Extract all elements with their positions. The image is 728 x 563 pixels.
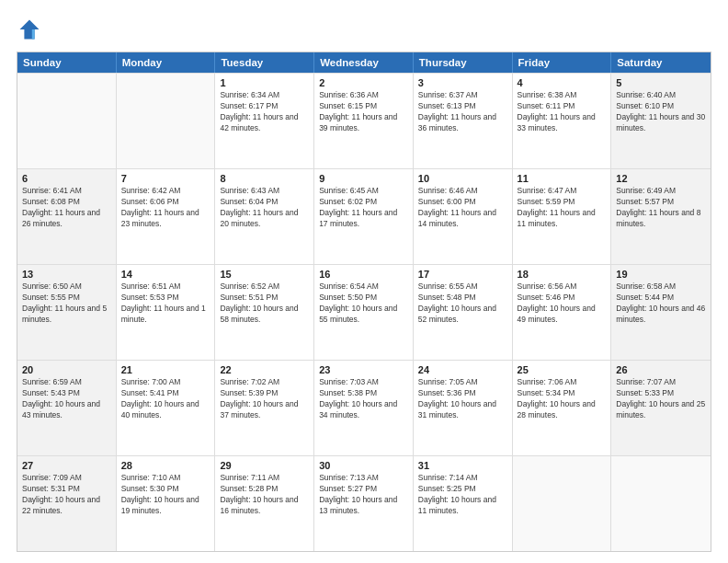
week-row-2: 6Sunrise: 6:41 AM Sunset: 6:08 PM Daylig…: [17, 168, 711, 264]
day-info: Sunrise: 6:51 AM Sunset: 5:53 PM Dayligh…: [121, 282, 210, 326]
day-info: Sunrise: 7:05 AM Sunset: 5:36 PM Dayligh…: [418, 377, 507, 421]
day-info: Sunrise: 7:09 AM Sunset: 5:31 PM Dayligh…: [22, 473, 111, 517]
day-cell-17: 17Sunrise: 6:55 AM Sunset: 5:48 PM Dayli…: [414, 265, 513, 360]
day-info: Sunrise: 7:11 AM Sunset: 5:28 PM Dayligh…: [220, 473, 309, 517]
day-number: 8: [220, 173, 309, 184]
day-number: 23: [319, 364, 408, 375]
day-number: 24: [418, 364, 507, 375]
day-cell-9: 9Sunrise: 6:45 AM Sunset: 6:02 PM Daylig…: [314, 169, 414, 264]
day-number: 16: [319, 269, 408, 280]
calendar-header-row: SundayMondayTuesdayWednesdayThursdayFrid…: [17, 52, 711, 73]
week-row-3: 13Sunrise: 6:50 AM Sunset: 5:55 PM Dayli…: [17, 264, 711, 360]
day-number: 5: [616, 77, 706, 88]
day-number: 31: [418, 460, 507, 471]
day-info: Sunrise: 6:58 AM Sunset: 5:44 PM Dayligh…: [616, 282, 706, 326]
day-cell-19: 19Sunrise: 6:58 AM Sunset: 5:44 PM Dayli…: [611, 265, 711, 360]
header-cell-thursday: Thursday: [414, 52, 513, 73]
day-info: Sunrise: 6:41 AM Sunset: 6:08 PM Dayligh…: [22, 186, 111, 230]
day-number: 26: [616, 364, 706, 375]
day-info: Sunrise: 7:06 AM Sunset: 5:34 PM Dayligh…: [518, 377, 607, 421]
header: [17, 17, 711, 42]
day-info: Sunrise: 7:13 AM Sunset: 5:27 PM Dayligh…: [319, 473, 408, 517]
day-info: Sunrise: 6:45 AM Sunset: 6:02 PM Dayligh…: [319, 186, 408, 230]
day-cell-4: 4Sunrise: 6:38 AM Sunset: 6:11 PM Daylig…: [513, 74, 612, 168]
day-cell-11: 11Sunrise: 6:47 AM Sunset: 5:59 PM Dayli…: [513, 169, 612, 264]
day-number: 9: [319, 173, 408, 184]
day-info: Sunrise: 6:54 AM Sunset: 5:50 PM Dayligh…: [319, 282, 408, 326]
day-cell-14: 14Sunrise: 6:51 AM Sunset: 5:53 PM Dayli…: [117, 265, 216, 360]
day-number: 22: [220, 364, 309, 375]
day-number: 7: [121, 173, 210, 184]
day-cell-8: 8Sunrise: 6:43 AM Sunset: 6:04 PM Daylig…: [215, 169, 314, 264]
day-cell-20: 20Sunrise: 6:59 AM Sunset: 5:43 PM Dayli…: [17, 361, 117, 455]
day-info: Sunrise: 6:38 AM Sunset: 6:11 PM Dayligh…: [518, 90, 607, 134]
empty-cell: [611, 456, 711, 551]
day-info: Sunrise: 6:36 AM Sunset: 6:15 PM Dayligh…: [319, 90, 408, 134]
empty-cell: [117, 74, 216, 168]
day-cell-3: 3Sunrise: 6:37 AM Sunset: 6:13 PM Daylig…: [414, 74, 513, 168]
header-cell-friday: Friday: [513, 52, 612, 73]
day-number: 1: [220, 77, 309, 88]
page: SundayMondayTuesdayWednesdayThursdayFrid…: [0, 0, 728, 563]
week-row-4: 20Sunrise: 6:59 AM Sunset: 5:43 PM Dayli…: [17, 360, 711, 455]
day-number: 15: [220, 269, 309, 280]
logo-icon: [17, 17, 42, 42]
day-info: Sunrise: 6:34 AM Sunset: 6:17 PM Dayligh…: [220, 90, 309, 134]
header-cell-wednesday: Wednesday: [314, 52, 414, 73]
logo: [17, 17, 46, 42]
day-cell-21: 21Sunrise: 7:00 AM Sunset: 5:41 PM Dayli…: [117, 361, 216, 455]
empty-cell: [513, 456, 612, 551]
day-cell-30: 30Sunrise: 7:13 AM Sunset: 5:27 PM Dayli…: [314, 456, 414, 551]
day-number: 28: [121, 460, 210, 471]
day-cell-18: 18Sunrise: 6:56 AM Sunset: 5:46 PM Dayli…: [513, 265, 612, 360]
day-cell-25: 25Sunrise: 7:06 AM Sunset: 5:34 PM Dayli…: [513, 361, 612, 455]
day-cell-22: 22Sunrise: 7:02 AM Sunset: 5:39 PM Dayli…: [215, 361, 314, 455]
day-number: 14: [121, 269, 210, 280]
day-number: 4: [518, 77, 607, 88]
day-number: 13: [22, 269, 111, 280]
day-cell-1: 1Sunrise: 6:34 AM Sunset: 6:17 PM Daylig…: [215, 74, 314, 168]
day-info: Sunrise: 7:03 AM Sunset: 5:38 PM Dayligh…: [319, 377, 408, 421]
empty-cell: [17, 74, 117, 168]
day-cell-7: 7Sunrise: 6:42 AM Sunset: 6:06 PM Daylig…: [117, 169, 216, 264]
day-info: Sunrise: 7:07 AM Sunset: 5:33 PM Dayligh…: [616, 377, 706, 421]
calendar: SundayMondayTuesdayWednesdayThursdayFrid…: [17, 52, 711, 552]
day-number: 19: [616, 269, 706, 280]
day-number: 29: [220, 460, 309, 471]
day-cell-28: 28Sunrise: 7:10 AM Sunset: 5:30 PM Dayli…: [117, 456, 216, 551]
day-cell-12: 12Sunrise: 6:49 AM Sunset: 5:57 PM Dayli…: [611, 169, 711, 264]
header-cell-saturday: Saturday: [611, 52, 711, 73]
day-cell-6: 6Sunrise: 6:41 AM Sunset: 6:08 PM Daylig…: [17, 169, 117, 264]
day-cell-27: 27Sunrise: 7:09 AM Sunset: 5:31 PM Dayli…: [17, 456, 117, 551]
day-info: Sunrise: 7:10 AM Sunset: 5:30 PM Dayligh…: [121, 473, 210, 517]
day-cell-10: 10Sunrise: 6:46 AM Sunset: 6:00 PM Dayli…: [414, 169, 513, 264]
day-number: 30: [319, 460, 408, 471]
day-number: 18: [518, 269, 607, 280]
day-cell-16: 16Sunrise: 6:54 AM Sunset: 5:50 PM Dayli…: [314, 265, 414, 360]
calendar-body: 1Sunrise: 6:34 AM Sunset: 6:17 PM Daylig…: [17, 73, 711, 551]
day-number: 2: [319, 77, 408, 88]
week-row-1: 1Sunrise: 6:34 AM Sunset: 6:17 PM Daylig…: [17, 73, 711, 168]
day-cell-29: 29Sunrise: 7:11 AM Sunset: 5:28 PM Dayli…: [215, 456, 314, 551]
day-info: Sunrise: 6:55 AM Sunset: 5:48 PM Dayligh…: [418, 282, 507, 326]
day-info: Sunrise: 6:59 AM Sunset: 5:43 PM Dayligh…: [22, 377, 111, 421]
day-number: 27: [22, 460, 111, 471]
day-info: Sunrise: 6:43 AM Sunset: 6:04 PM Dayligh…: [220, 186, 309, 230]
day-info: Sunrise: 7:00 AM Sunset: 5:41 PM Dayligh…: [121, 377, 210, 421]
day-number: 11: [518, 173, 607, 184]
day-info: Sunrise: 7:14 AM Sunset: 5:25 PM Dayligh…: [418, 473, 507, 517]
day-info: Sunrise: 6:46 AM Sunset: 6:00 PM Dayligh…: [418, 186, 507, 230]
day-cell-2: 2Sunrise: 6:36 AM Sunset: 6:15 PM Daylig…: [314, 74, 414, 168]
svg-marker-0: [20, 20, 40, 40]
header-cell-sunday: Sunday: [17, 52, 117, 73]
day-cell-26: 26Sunrise: 7:07 AM Sunset: 5:33 PM Dayli…: [611, 361, 711, 455]
week-row-5: 27Sunrise: 7:09 AM Sunset: 5:31 PM Dayli…: [17, 455, 711, 551]
day-cell-5: 5Sunrise: 6:40 AM Sunset: 6:10 PM Daylig…: [611, 74, 711, 168]
day-number: 3: [418, 77, 507, 88]
day-info: Sunrise: 6:37 AM Sunset: 6:13 PM Dayligh…: [418, 90, 507, 134]
day-cell-31: 31Sunrise: 7:14 AM Sunset: 5:25 PM Dayli…: [414, 456, 513, 551]
day-number: 25: [518, 364, 607, 375]
day-number: 21: [121, 364, 210, 375]
day-cell-23: 23Sunrise: 7:03 AM Sunset: 5:38 PM Dayli…: [314, 361, 414, 455]
day-number: 10: [418, 173, 507, 184]
